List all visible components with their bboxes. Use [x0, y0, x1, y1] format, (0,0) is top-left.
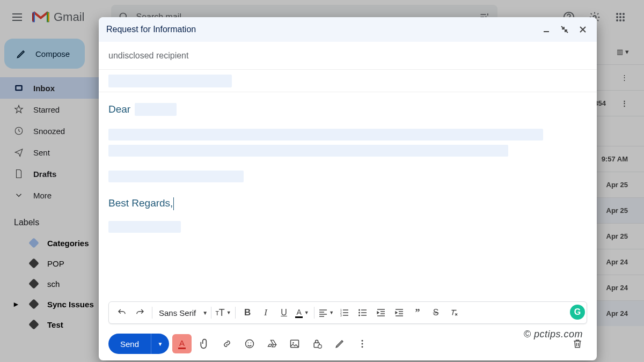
pen-icon	[334, 338, 345, 349]
dropdown-icon: ▼	[158, 341, 163, 347]
emoji-icon	[244, 338, 255, 349]
indent-more-button[interactable]	[391, 304, 408, 321]
image-icon	[289, 338, 300, 349]
paperclip-icon	[199, 338, 210, 349]
close-icon	[579, 26, 587, 33]
redacted-text	[108, 171, 244, 182]
watermark: © pctips.com	[524, 329, 583, 340]
dropdown-icon: ▼	[226, 310, 231, 315]
clear-format-icon	[449, 308, 459, 317]
indent-icon	[395, 308, 404, 317]
minimize-button[interactable]	[540, 23, 553, 36]
outdent-icon	[377, 308, 385, 317]
align-icon	[319, 308, 327, 317]
lock-clock-icon	[312, 338, 323, 349]
link-icon	[222, 338, 232, 349]
grammarly-icon: G	[574, 307, 581, 317]
italic-button[interactable]: I	[257, 304, 274, 321]
align-button[interactable]: ▼	[318, 304, 335, 321]
svg-point-31	[362, 340, 363, 342]
redacted-text	[108, 75, 232, 87]
svg-point-28	[292, 342, 294, 344]
clear-formatting-button[interactable]	[445, 304, 463, 321]
font-size-button[interactable]: тT▼	[215, 304, 232, 321]
ordered-list-icon: 123	[340, 308, 349, 317]
compose-window: Request for Information undisclosed reci…	[99, 17, 597, 360]
underline-button[interactable]: U	[275, 304, 292, 321]
link-button[interactable]	[217, 334, 237, 353]
message-body[interactable]: Dear Best Regards,	[99, 92, 597, 301]
confidential-button[interactable]	[308, 334, 327, 353]
redacted-text	[108, 221, 181, 233]
text-color-button[interactable]: A▼	[294, 304, 311, 321]
redacted-text	[108, 145, 508, 157]
drive-button[interactable]	[262, 334, 282, 353]
undo-button[interactable]	[113, 304, 130, 321]
send-options-button[interactable]: ▼	[151, 334, 169, 354]
compose-action-bar: Send ▼ A	[99, 327, 597, 360]
formatting-toggle-button[interactable]: A	[172, 334, 192, 353]
dropdown-icon: ▼	[329, 310, 334, 315]
formatting-toolbar: Sans Serif▼ тT▼ B I U A▼ ▼ 123 ” S	[108, 301, 587, 324]
svg-point-26	[251, 343, 252, 344]
collapse-icon	[561, 26, 568, 33]
to-field[interactable]: undisclosed recipient	[99, 42, 597, 70]
grammarly-button[interactable]: G	[570, 305, 585, 320]
dropdown-icon: ▼	[304, 310, 309, 315]
more-options-button[interactable]	[353, 334, 372, 353]
svg-point-25	[248, 343, 249, 344]
strikethrough-button[interactable]: S	[427, 304, 444, 321]
minimize-icon	[543, 26, 550, 33]
redo-icon	[135, 308, 145, 317]
svg-point-22	[358, 312, 360, 314]
signature-button[interactable]	[330, 334, 349, 353]
svg-point-21	[358, 309, 360, 311]
redacted-text	[135, 103, 177, 116]
subject-field[interactable]	[99, 70, 597, 92]
svg-point-23	[358, 315, 360, 316]
more-vert-icon	[357, 338, 368, 349]
emoji-button[interactable]	[240, 334, 259, 353]
trash-icon	[572, 338, 583, 349]
dropdown-icon: ▼	[202, 310, 208, 316]
numbered-list-button[interactable]: 123	[336, 304, 353, 321]
bullet-list-icon	[358, 308, 367, 317]
exit-fullscreen-button[interactable]	[558, 23, 571, 36]
bold-button[interactable]: B	[239, 304, 256, 321]
indent-less-button[interactable]	[372, 304, 390, 321]
quote-button[interactable]: ”	[409, 304, 426, 321]
send-button-group: Send ▼	[108, 334, 169, 354]
bullet-list-button[interactable]	[354, 304, 371, 321]
text-format-icon: A	[178, 338, 186, 349]
send-button[interactable]: Send	[108, 339, 151, 349]
svg-point-30	[318, 345, 322, 349]
font-selector[interactable]: Sans Serif▼	[156, 304, 208, 321]
svg-point-24	[246, 340, 254, 348]
svg-point-32	[362, 343, 363, 345]
drive-icon	[267, 338, 277, 349]
image-button[interactable]	[285, 334, 304, 353]
close-button[interactable]	[576, 23, 589, 36]
svg-text:3: 3	[340, 314, 342, 317]
compose-title: Request for Information	[106, 25, 196, 34]
compose-header[interactable]: Request for Information	[99, 17, 597, 42]
attach-button[interactable]	[195, 334, 214, 353]
svg-point-33	[362, 346, 363, 348]
redacted-text	[108, 129, 543, 141]
redo-button[interactable]	[131, 304, 149, 321]
undo-icon	[117, 308, 127, 317]
